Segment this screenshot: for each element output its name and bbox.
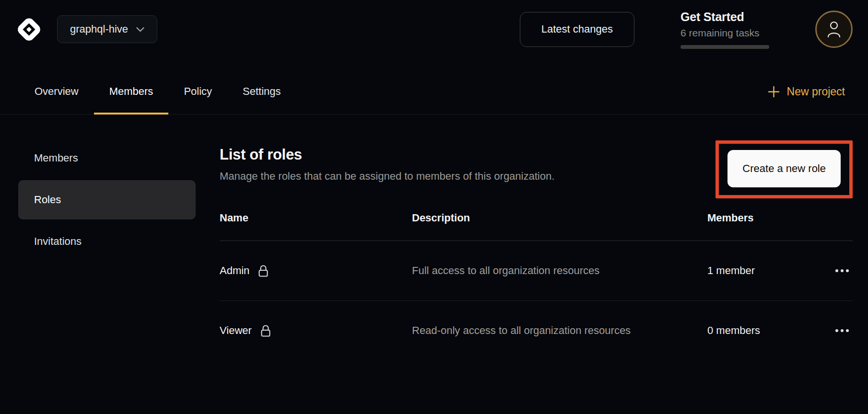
tab-settings[interactable]: Settings: [227, 69, 296, 114]
new-project-label: New project: [787, 85, 845, 98]
user-avatar[interactable]: [815, 11, 853, 48]
role-menu-button[interactable]: [832, 261, 853, 280]
ellipsis-icon: [835, 269, 849, 273]
role-description-cell: Read-only access to all organization res…: [412, 301, 707, 360]
tab-overview[interactable]: Overview: [19, 69, 94, 114]
column-header-name: Name: [220, 205, 412, 241]
org-tab-bar: Overview Members Policy Settings New pro…: [0, 58, 868, 115]
role-menu-button[interactable]: [832, 321, 853, 340]
main-area: Members Roles Invitations List of roles …: [0, 115, 868, 360]
chevron-down-icon: [136, 27, 144, 32]
get-started-title: Get Started: [680, 10, 769, 24]
column-header-members: Members: [707, 205, 817, 241]
sidebar-item-members[interactable]: Members: [18, 138, 196, 178]
latest-changes-button[interactable]: Latest changes: [520, 12, 634, 47]
role-name: Viewer: [220, 324, 252, 337]
roles-content: List of roles Manage the roles that can …: [220, 138, 853, 360]
role-name-cell: Viewer: [220, 301, 412, 360]
members-sidebar: Members Roles Invitations: [18, 138, 196, 264]
annotation-highlight: Create a new role: [716, 140, 853, 198]
sidebar-item-roles[interactable]: Roles: [18, 180, 196, 219]
role-name-cell: Admin: [220, 241, 412, 301]
lock-icon: [258, 264, 269, 277]
role-actions-cell: [817, 241, 853, 301]
user-icon: [827, 21, 841, 38]
org-name: graphql-hive: [70, 23, 128, 35]
ellipsis-icon: [835, 329, 849, 333]
new-project-button[interactable]: New project: [768, 69, 845, 114]
tab-members[interactable]: Members: [94, 69, 169, 114]
page-title: List of roles: [220, 146, 554, 163]
get-started-widget[interactable]: Get Started 6 remaining tasks: [680, 10, 769, 49]
lock-icon: [260, 324, 271, 337]
role-members-cell: 0 members: [707, 301, 817, 360]
role-name: Admin: [220, 264, 249, 277]
create-new-role-button[interactable]: Create a new role: [727, 150, 841, 187]
column-header-description: Description: [412, 205, 707, 241]
org-selector-dropdown[interactable]: graphql-hive: [57, 15, 157, 43]
get-started-progress-bar: [680, 45, 769, 49]
sidebar-item-invitations[interactable]: Invitations: [18, 222, 196, 261]
top-bar: graphql-hive Latest changes Get Started …: [0, 0, 868, 58]
role-description-cell: Full access to all organization resource…: [412, 241, 707, 301]
get-started-subtitle: 6 remaining tasks: [680, 27, 769, 39]
column-header-actions: [817, 205, 853, 241]
role-actions-cell: [817, 301, 853, 360]
hive-logo-icon[interactable]: [15, 16, 43, 43]
role-members-cell: 1 member: [707, 241, 817, 301]
page-subtitle: Manage the roles that can be assigned to…: [220, 170, 554, 183]
tab-policy[interactable]: Policy: [168, 69, 227, 114]
plus-icon: [768, 86, 780, 98]
roles-table: Name Description Members Admin Full acce…: [220, 205, 853, 360]
